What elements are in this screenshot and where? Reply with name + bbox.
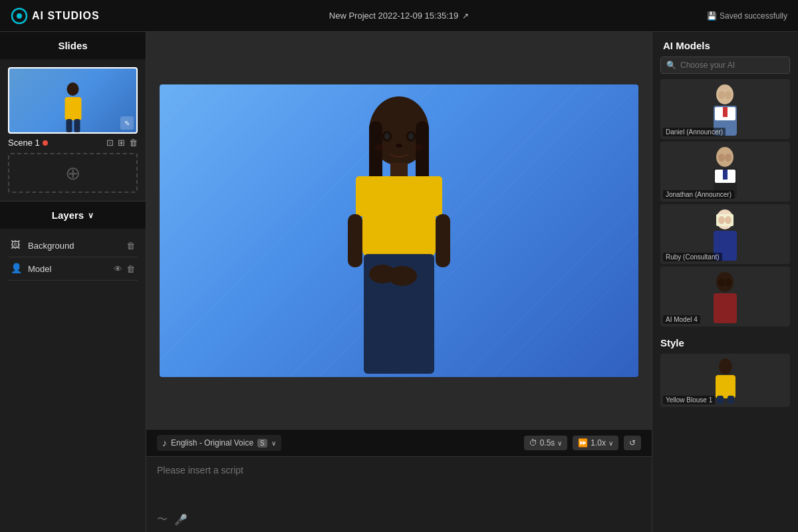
ai-models-grid: Daniel (Announcer) Jonathan (Announcer) [652, 79, 798, 327]
svg-rect-14 [426, 176, 442, 216]
ruby-label: Ruby (Consultant) [663, 253, 722, 261]
scene-copy-icon[interactable]: ⊡ [106, 138, 114, 148]
model4-figure [707, 270, 743, 323]
layers-chevron-icon: ∨ [88, 211, 94, 220]
svg-rect-12 [362, 176, 436, 256]
logo-area: AI STUDIOS [11, 7, 100, 25]
svg-rect-3 [65, 97, 81, 120]
add-scene-button[interactable]: ⊕ [8, 153, 138, 193]
jonathan-label: Jonathan (Announcer) [663, 190, 734, 199]
add-icon: ⊕ [65, 162, 80, 184]
model-layer-name: Model [28, 264, 51, 274]
ai-search-input[interactable] [680, 61, 784, 70]
scene-label: Scene 1 [8, 138, 48, 148]
center-area: ♪ English - Original Voice S ∨ ⏱ 0.5s ∨ … [146, 32, 652, 532]
script-waveform-icon[interactable]: 〜 [157, 513, 168, 527]
ai-model-card-ruby[interactable]: Ruby (Consultant) [660, 204, 790, 264]
svg-point-22 [384, 133, 390, 140]
model-eye-icon[interactable]: 👁 [114, 264, 122, 274]
svg-rect-51 [728, 396, 734, 404]
voice-badge: S [257, 439, 267, 448]
speed-control[interactable]: ⏩ 1.0x ∨ [573, 436, 618, 450]
style-card[interactable]: Yellow Blouse 1 [660, 354, 790, 407]
svg-point-2 [66, 82, 78, 96]
external-link-icon[interactable]: ↗ [462, 11, 469, 21]
svg-rect-49 [716, 375, 735, 398]
reset-icon: ↺ [629, 438, 636, 448]
script-toolbar: ♪ English - Original Voice S ∨ ⏱ 0.5s ∨ … [146, 430, 652, 457]
saved-text: Saved successfully [720, 11, 787, 21]
speed-icon: ⏩ [578, 438, 588, 448]
model4-card-inner: AI Model 4 [660, 267, 790, 327]
script-input[interactable] [157, 465, 641, 486]
layer-left-background: 🖼 Background [11, 239, 74, 251]
ai-model-card-4[interactable]: AI Model 4 [660, 267, 790, 327]
layer-right-background: 🗑 [126, 241, 135, 251]
logo-text: AI STUDIOS [32, 10, 100, 22]
svg-point-1 [17, 13, 22, 19]
layers-label: Layers [52, 209, 84, 221]
svg-rect-16 [436, 214, 450, 267]
scene-actions: ⊡ ⊞ 🗑 [106, 138, 138, 148]
svg-rect-50 [717, 396, 724, 404]
layer-item-model: 👤 Model 👁 🗑 [8, 257, 138, 281]
svg-rect-15 [348, 214, 362, 267]
header: AI STUDIOS New Project 2022-12-09 15:35:… [0, 0, 798, 32]
layer-left-model: 👤 Model [11, 263, 51, 275]
left-sidebar: Slides ✎ Scene 1 [0, 32, 146, 532]
svg-rect-4 [66, 119, 72, 132]
model-delete-icon[interactable]: 🗑 [126, 264, 135, 274]
model4-label: AI Model 4 [663, 315, 700, 324]
thumbnail-figure [58, 82, 88, 132]
layers-section: Layers ∨ 🖼 Background 🗑 👤 Model [0, 201, 146, 532]
svg-point-43 [725, 216, 732, 224]
delay-control[interactable]: ⏱ 0.5s ∨ [524, 436, 568, 450]
script-bottom-bar: 〜 🎤 [146, 510, 652, 532]
svg-rect-13 [356, 176, 372, 216]
svg-point-46 [718, 279, 725, 287]
style-section: Style Yellow Blouse 1 [652, 332, 798, 412]
slides-section: Slides ✎ Scene 1 [0, 32, 146, 201]
background-layer-name: Background [28, 241, 74, 251]
svg-point-26 [412, 144, 423, 151]
ai-model-card-jonathan[interactable]: Jonathan (Announcer) [660, 142, 790, 201]
main-layout: Slides ✎ Scene 1 [0, 32, 798, 532]
svg-point-19 [388, 266, 417, 286]
clock-icon: ⏱ [529, 438, 537, 448]
save-icon: 💾 [707, 11, 717, 21]
layers-header[interactable]: Layers ∨ [0, 201, 146, 229]
layers-content: 🖼 Background 🗑 👤 Model 👁 🗑 [0, 229, 146, 286]
svg-point-31 [718, 91, 725, 99]
svg-rect-45 [714, 293, 737, 323]
style-card-label: Yellow Blouse 1 [663, 396, 715, 404]
svg-point-32 [725, 91, 732, 99]
scene-delete-icon[interactable]: 🗑 [129, 138, 138, 148]
ai-search-bar[interactable]: 🔍 [660, 57, 790, 74]
scene-grid-icon[interactable]: ⊞ [118, 138, 125, 148]
layer-item-background: 🖼 Background 🗑 [8, 234, 138, 257]
scene-name: Scene 1 [8, 138, 40, 148]
delay-chevron-icon: ∨ [557, 440, 562, 447]
logo-icon [11, 7, 28, 25]
ai-models-header: AI Models [652, 32, 798, 57]
search-icon: 🔍 [666, 61, 676, 70]
style-header: Style [660, 337, 790, 348]
svg-rect-36 [723, 170, 728, 180]
scene-label-row: Scene 1 ⊡ ⊞ 🗑 [8, 138, 138, 148]
script-input-area [146, 457, 652, 510]
speed-chevron-icon: ∨ [608, 440, 613, 447]
main-canvas[interactable] [160, 84, 638, 377]
background-delete-icon[interactable]: 🗑 [126, 241, 135, 251]
script-mic-icon[interactable]: 🎤 [174, 513, 188, 526]
scene-recording-dot [43, 140, 48, 146]
ai-model-card-daniel[interactable]: Daniel (Announcer) [660, 79, 790, 139]
project-title: New Project 2022-12-09 15:35:19 [329, 11, 458, 21]
reset-button[interactable]: ↺ [624, 436, 641, 450]
delay-label: 0.5s [540, 438, 555, 448]
scene-thumbnail[interactable]: ✎ [8, 67, 138, 134]
daniel-label: Daniel (Announcer) [663, 128, 726, 136]
scene-thumbnail-edit-icon[interactable]: ✎ [120, 116, 134, 130]
svg-point-25 [375, 144, 386, 151]
voice-selector[interactable]: ♪ English - Original Voice S ∨ [157, 435, 281, 451]
layer-right-model: 👁 🗑 [114, 264, 135, 274]
